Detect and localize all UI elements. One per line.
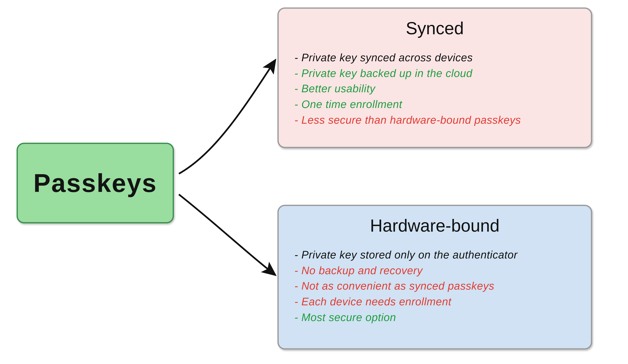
list-item: - Each device needs enrollment (294, 294, 578, 310)
list-item: - Not as convenient as synced passkeys (294, 278, 578, 294)
synced-title: Synced (291, 19, 578, 38)
source-node-label: Passkeys (33, 168, 157, 198)
synced-items: - Private key synced across devices - Pr… (294, 50, 578, 128)
list-item: - Private key synced across devices (294, 50, 578, 65)
list-item: - Private key backed up in the cloud (294, 66, 578, 81)
hardware-items: - Private key stored only on the authent… (294, 247, 578, 325)
list-item: - No backup and recovery (294, 263, 578, 278)
arrow-to-hardware (179, 194, 275, 275)
list-item: - Better usability (294, 81, 578, 97)
synced-box: Synced - Private key synced across devic… (277, 7, 592, 148)
hardware-box: Hardware-bound - Private key stored only… (277, 205, 592, 350)
source-node-passkeys: Passkeys (17, 143, 174, 223)
arrow-to-synced (179, 60, 275, 174)
list-item: - Most secure option (294, 310, 578, 325)
hardware-title: Hardware-bound (291, 216, 578, 236)
list-item: - Less secure than hardware-bound passke… (294, 112, 578, 128)
list-item: - Private key stored only on the authent… (294, 247, 578, 263)
list-item: - One time enrollment (294, 97, 578, 112)
